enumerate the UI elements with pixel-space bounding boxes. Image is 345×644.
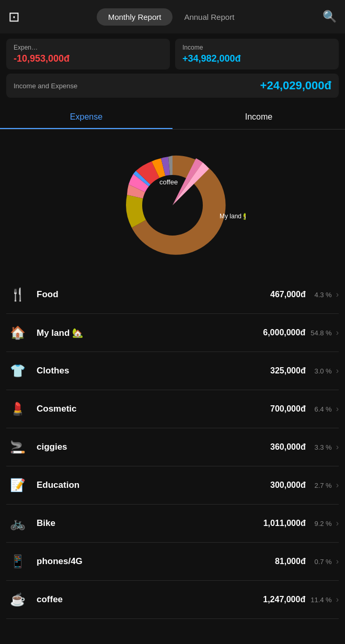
category-amount: 700,000đ (270, 404, 306, 414)
category-icon: 💄 (10, 402, 26, 416)
category-name: coffee (37, 594, 263, 605)
expense-label: Expen… (14, 44, 163, 51)
chevron-right-icon: › (336, 328, 339, 337)
category-item[interactable]: 📱 phones/4G 81,000đ 0.7 % › (6, 543, 339, 581)
category-item[interactable]: 🚲 Bike 1,011,000đ 9.2 % › (6, 505, 339, 543)
net-label: Income and Expense (14, 82, 77, 90)
category-icon-wrap: 🚬 (6, 436, 29, 459)
summary-section: Expen… -10,953,000đ Income +34,982,000đ … (0, 33, 345, 101)
tab-monthly[interactable]: Monthly Report (97, 8, 173, 26)
expense-value: -10,953,000đ (14, 53, 163, 64)
category-percent: 6.4 % (311, 405, 332, 413)
category-amount: 81,000đ (275, 557, 306, 566)
category-icon-wrap: 📱 (6, 550, 29, 573)
search-icon[interactable]: 🔍 (323, 10, 337, 24)
category-icon-wrap: ☕ (6, 588, 29, 611)
category-percent: 9.2 % (311, 520, 332, 528)
category-percent: 0.7 % (311, 558, 332, 566)
chevron-right-icon: › (336, 442, 339, 452)
category-item[interactable]: 💄 Cosmetic 700,000đ 6.4 % › (6, 390, 339, 428)
category-amount: 6,000,000đ (263, 328, 305, 337)
net-value: +24,029,000đ (260, 79, 331, 92)
category-name: Education (37, 480, 270, 490)
header: ⊡ Monthly Report Annual Report 🔍 (0, 0, 345, 33)
chevron-right-icon: › (336, 404, 339, 414)
chart-label-coffee: coffee (159, 178, 178, 186)
donut-chart-area: coffee My land 🏡 (0, 130, 345, 276)
category-percent: 54.8 % (310, 329, 331, 337)
category-items: 🍴 Food 467,000đ 4.3 % › 🏠 My land 🏡 6,00… (6, 276, 339, 619)
tab-annual[interactable]: Annual Report (172, 8, 246, 26)
tab-expense[interactable]: Expense (0, 106, 172, 129)
category-name: Bike (37, 518, 263, 529)
category-icon: 📝 (10, 478, 26, 493)
income-label: Income (182, 44, 331, 51)
category-name: Cosmetic (37, 404, 270, 414)
chevron-right-icon: › (336, 366, 339, 376)
category-item[interactable]: 📝 Education 300,000đ 2.7 % › (6, 466, 339, 505)
category-percent: 3.0 % (311, 367, 332, 375)
category-name: My land 🏡 (37, 327, 263, 338)
category-amount: 1,011,000đ (263, 519, 306, 528)
category-name: Food (37, 289, 270, 300)
chevron-right-icon: › (336, 557, 339, 566)
summary-row-top: Expen… -10,953,000đ Income +34,982,000đ (6, 39, 339, 69)
net-card: Income and Expense +24,029,000đ (6, 74, 339, 98)
category-icon: 👕 (10, 364, 26, 378)
chart-label-myland: My land 🏡 (220, 212, 246, 220)
category-icon: 🚬 (10, 440, 26, 454)
category-item[interactable]: 🏠 My land 🏡 6,000,000đ 54.8 % › (6, 314, 339, 352)
category-amount: 300,000đ (270, 481, 306, 490)
camera-icon: ⊡ (8, 9, 20, 25)
chevron-right-icon: › (336, 595, 339, 604)
category-percent: 3.3 % (311, 443, 332, 451)
category-icon-wrap: 📝 (6, 474, 29, 497)
category-icon-wrap: 🏠 (6, 321, 29, 344)
category-amount: 325,000đ (270, 366, 306, 376)
category-amount: 360,000đ (270, 442, 306, 452)
category-icon-wrap: 🍴 (6, 283, 29, 306)
category-item[interactable]: ☕ coffee 1,247,000đ 11.4 % › (6, 581, 339, 619)
category-icon: 🍴 (10, 287, 26, 302)
category-item[interactable]: 🍴 Food 467,000đ 4.3 % › (6, 276, 339, 314)
category-name: Clothes (37, 366, 270, 376)
chevron-right-icon: › (336, 290, 339, 299)
income-card: Income +34,982,000đ (175, 39, 339, 69)
donut-chart: coffee My land 🏡 (99, 137, 246, 273)
income-value: +34,982,000đ (182, 53, 331, 64)
chevron-right-icon: › (336, 481, 339, 490)
category-item[interactable]: 👕 Clothes 325,000đ 3.0 % › (6, 352, 339, 390)
category-item[interactable]: 🚬 ciggies 360,000đ 3.3 % › (6, 428, 339, 466)
category-icon-wrap: 👕 (6, 359, 29, 382)
category-icon-wrap: 💄 (6, 397, 29, 420)
tab-income[interactable]: Income (172, 106, 345, 129)
category-icon: 📱 (10, 554, 26, 569)
expense-card: Expen… -10,953,000đ (6, 39, 170, 69)
category-name: ciggies (37, 442, 270, 452)
category-amount: 1,247,000đ (263, 595, 305, 604)
category-icon: ☕ (10, 592, 26, 607)
category-icon-wrap: 🚲 (6, 512, 29, 535)
category-percent: 2.7 % (311, 482, 332, 489)
category-name: phones/4G (37, 556, 275, 567)
category-percent: 11.4 % (310, 596, 331, 604)
expense-income-tabs: Expense Income (0, 106, 345, 130)
category-amount: 467,000đ (270, 290, 306, 299)
category-icon: 🏠 (10, 325, 26, 340)
report-tabs: Monthly Report Annual Report (97, 8, 246, 26)
chevron-right-icon: › (336, 519, 339, 528)
category-icon: 🚲 (10, 516, 26, 531)
category-list: 🍴 Food 467,000đ 4.3 % › 🏠 My land 🏡 6,00… (0, 276, 345, 619)
category-percent: 4.3 % (311, 291, 332, 299)
